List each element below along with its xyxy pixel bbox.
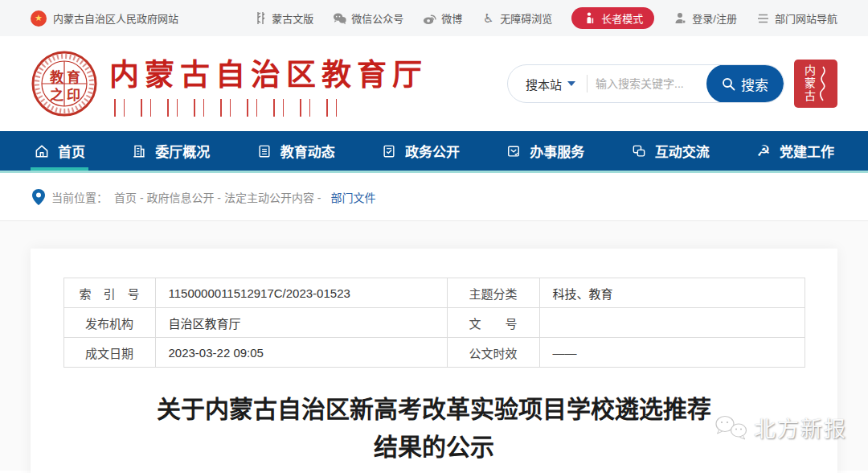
document-meta-table: 索 引 号 1150000011512917C/2023-01523 主题分类 … [63,278,805,368]
accessibility-icon: ♿ [481,11,495,25]
elder-mode-button[interactable]: 长者模式 [571,7,654,29]
home-icon [34,143,50,159]
search-button[interactable]: 搜索 [706,64,784,103]
nav-item-party-building[interactable]: ☭ 党建工作 [754,131,836,171]
dept-site-nav-link[interactable]: 部门网站导航 [756,10,837,26]
main-navigation: 首页 委厅概况 教育动态 政务公开 办事服务 互动交流 ☭ 党建工作 [0,131,868,173]
weibo-link[interactable]: 微博 [423,10,462,26]
doc-check-icon [381,143,397,159]
service-check-icon [506,143,522,159]
svg-text:育: 育 [67,69,80,85]
search-icon [722,77,735,91]
user-icon [674,11,687,25]
meta-label-publisher: 发布机构 [63,308,155,338]
search-bar: 搜本站 搜索 [507,64,784,103]
search-area: 搜本站 搜索 内蒙古 [507,60,837,108]
svg-text:印: 印 [67,87,80,103]
chevron-down-icon [567,81,575,86]
meta-label-date: 成文日期 [63,338,155,368]
wechat-official-link[interactable]: 微信公众号 [333,10,403,26]
chat-bubbles-icon [631,143,647,159]
breadcrumb: 当前位置： 首页 - 政府信息公开 - 法定主动公开内容 - 部门文件 [0,173,868,221]
document-title: 关于内蒙古自治区新高考改革实验项目学校遴选推荐结果的公示 [153,390,715,466]
nav-item-interaction[interactable]: 互动交流 [629,131,711,171]
search-input[interactable] [588,77,706,90]
red-seal-stamp: 内蒙古 [794,60,837,108]
party-emblem-icon: ☭ [755,143,772,159]
breadcrumb-trail-links[interactable]: 首页 - 政府信息公开 - 法定主动公开内容 - [114,189,321,205]
site-title-block: 内蒙古自治区教育厅 [109,51,428,117]
elder-person-icon [583,11,596,25]
table-row: 索 引 号 1150000011512917C/2023-01523 主题分类 … [63,278,805,308]
doc-list-icon [256,143,272,159]
national-emblem-icon: ★ [31,10,47,27]
svg-text:之: 之 [50,87,63,103]
meta-value-index-no: 1150000011512917C/2023-01523 [155,278,447,308]
meta-label-doc-no: 文 号 [447,308,539,338]
login-register-link[interactable]: 登录/注册 [674,10,737,26]
content-area: 索 引 号 1150000011512917C/2023-01523 主题分类 … [0,221,868,471]
nav-item-overview[interactable]: 委厅概况 [129,131,211,171]
menu-lines-icon [756,11,770,25]
svg-text:教: 教 [49,69,64,85]
table-row: 发布机构 自治区教育厅 文 号 [63,308,805,338]
meta-value-date: 2023-03-22 09:05 [155,338,447,368]
meta-label-index-no: 索 引 号 [63,278,155,308]
nav-item-services[interactable]: 办事服务 [504,131,586,171]
search-scope-dropdown[interactable]: 搜本站 [508,76,587,93]
gov-portal-label: 内蒙古自治区人民政府网站 [53,10,178,26]
mongolian-script-icon [253,11,267,25]
breadcrumb-label: 当前位置： [51,189,108,205]
site-logo-group[interactable]: 教 育 之 印 内蒙古自治区教育厅 [31,50,428,117]
stamp-mongolian-script [818,65,828,102]
nav-item-gov-affairs[interactable]: 政务公开 [379,131,461,171]
nav-item-education-news[interactable]: 教育动态 [255,131,337,171]
stamp-text: 内蒙古 [804,64,815,103]
meta-value-topic: 科技、教育 [539,278,805,308]
breadcrumb-current[interactable]: 部门文件 [330,189,375,205]
education-dept-seal-logo: 教 育 之 印 [31,50,98,117]
location-pin-icon [32,189,45,205]
site-title: 内蒙古自治区教育厅 [109,51,428,94]
nav-item-home[interactable]: 首页 [32,131,87,171]
accessibility-link[interactable]: ♿ 无障碍浏览 [481,10,552,26]
mongolian-subtitle [114,99,349,117]
top-utility-bar: ★ 内蒙古自治区人民政府网站 蒙古文版 微信公众号 微博 ♿ 无障碍浏览 [0,0,868,36]
gov-portal-link[interactable]: ★ 内蒙古自治区人民政府网站 [31,10,178,27]
site-header: 教 育 之 印 内蒙古自治区教育厅 搜本站 搜索 内蒙古 [0,36,868,131]
building-icon [131,143,147,159]
weibo-icon [423,11,436,25]
mongolian-version-link[interactable]: 蒙古文版 [253,10,313,26]
meta-label-validity: 公文时效 [447,338,539,368]
wechat-icon [333,11,346,25]
meta-value-validity: —— [539,338,805,368]
meta-label-topic: 主题分类 [447,278,539,308]
topbar-links: 蒙古文版 微信公众号 微博 ♿ 无障碍浏览 长者模式 [253,7,837,29]
meta-value-publisher: 自治区教育厅 [155,308,447,338]
table-row: 成文日期 2023-03-22 09:05 公文时效 —— [63,338,805,368]
meta-value-doc-no [539,308,805,338]
document-card: 索 引 号 1150000011512917C/2023-01523 主题分类 … [31,249,837,473]
